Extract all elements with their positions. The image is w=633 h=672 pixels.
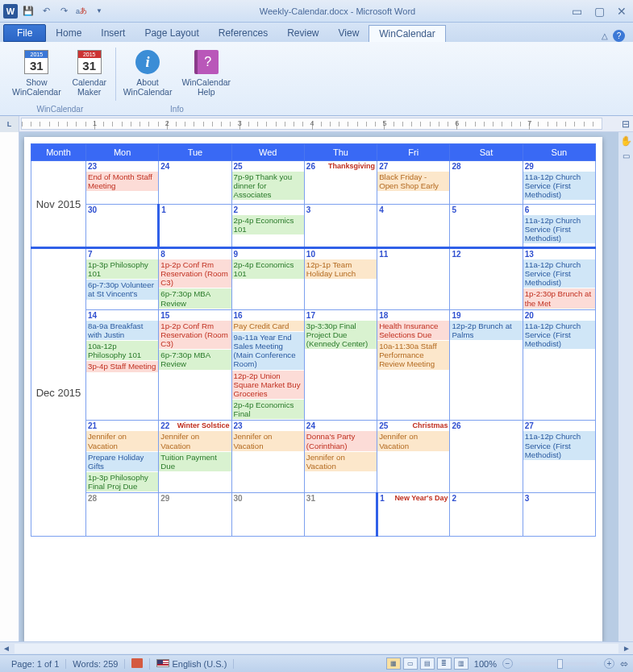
calendar-event[interactable]: 6p-7:30p Volunteer at St Vincent's [86,280,158,299]
word-count[interactable]: Words: 259 [66,659,125,669]
calendar-cell[interactable]: 27Black Friday - Open Shop Early [377,161,450,205]
calendar-cell[interactable]: 18Health Insurance Selections Due10a-11:… [377,309,450,421]
zoom-slider[interactable] [520,662,597,666]
calendar-event[interactable]: 1p-2p Conf Rm Reservation (Room C3) [159,321,231,349]
calendar-cell[interactable]: 3 [523,493,595,537]
zoom-level[interactable]: 100% [474,659,497,669]
language-indicator[interactable]: English (U.S.) [150,659,234,669]
calendar-event[interactable]: 2p-4p Economics 101 [232,259,304,279]
calendar-event[interactable]: 2p-4p Economics Final [232,400,304,419]
calendar-cell[interactable]: 3 [304,205,377,248]
tab-home[interactable]: Home [46,25,91,42]
calendar-event[interactable]: Jennifer on Vacation [232,431,304,450]
calendar-event[interactable]: 7p-9p Thank you dinner for Associates [232,172,304,200]
calendar-event[interactable]: 8a-9a Breakfast with Justin [86,321,158,340]
calendar-cell[interactable]: 30 [231,493,304,537]
calendar-event[interactable]: End of Month Staff Meeting [86,172,158,191]
calendar-cell[interactable]: 25ChristmasJennifer on Vacation [377,421,450,493]
close-button[interactable]: ✕ [614,6,630,17]
scroll-left-button[interactable]: ◄ [0,644,13,653]
calendar-event[interactable]: 11a-12p Church Service (First Methodist) [523,259,595,288]
calendar-cell[interactable]: 23Jennifer on Vacation [231,421,304,493]
calendar-event[interactable]: Health Insurance Selections Due [377,321,449,340]
calendar-cell[interactable]: 12 [450,248,523,310]
calendar-event[interactable]: 1p-3p Philosophy 101 [86,259,158,279]
web-layout-view-button[interactable]: ▤ [420,657,435,670]
calendar-event[interactable]: 6p-7:30p MBA Review [159,288,231,308]
calendar-event[interactable]: Jennifer on Vacation [159,431,231,450]
help-icon[interactable]: ? [613,30,625,42]
calendar-event[interactable]: 10a-12p Philosophy 101 [86,341,158,360]
calendar-cell[interactable]: 2011a-12p Church Service (First Methodis… [523,309,595,421]
calendar-cell[interactable]: 22Winter SolsticeJennifer on VacationTui… [159,421,231,493]
scroll-track[interactable] [15,644,618,653]
tab-page-layout[interactable]: Page Layout [135,25,208,42]
redo-button[interactable]: ↷ [56,4,71,19]
calendar-cell[interactable]: 2911a-12p Church Service (First Methodis… [523,161,595,205]
calendar-event[interactable]: 12p-2p Brunch at Palms [450,321,522,340]
calendar-cell[interactable]: 2711a-12p Church Service (First Methodis… [523,421,595,493]
calendar-event[interactable]: 11a-12p Church Service (First Methodist) [523,172,595,200]
full-screen-view-button[interactable]: ▭ [403,657,418,670]
calendar-cell[interactable]: 1New Year's Day [377,493,450,537]
calendar-event[interactable]: 9a-11a Year End Sales Meeting (Main Conf… [232,332,304,370]
calendar-event[interactable]: 11a-12p Church Service (First Methodist) [523,431,595,459]
outline-view-button[interactable]: ≣ [437,657,452,670]
calendar-event[interactable]: Tuition Payment Due [159,452,231,471]
tab-view[interactable]: View [329,25,369,42]
scroll-right-button[interactable]: ► [620,644,633,653]
calendar-event[interactable]: 12p-2p Union Square Market Buy Groceries [232,371,304,399]
calendar-cell[interactable]: 21Jennifer on VacationPrepare Holiday Gi… [86,421,159,493]
tab-review[interactable]: Review [277,25,328,42]
calendar-cell[interactable]: 29 [159,493,231,537]
word-app-icon[interactable]: W [3,4,18,19]
calendar-cell[interactable]: 81p-2p Conf Rm Reservation (Room C3)6p-7… [159,248,231,310]
calendar-cell[interactable]: 1 [159,205,231,248]
undo-button[interactable]: ↶ [39,4,53,19]
calendar-event[interactable]: 3p-4p Staff Meeting [86,361,158,371]
calendar-maker-button[interactable]: 201531 Calendar Maker [69,46,110,99]
calendar-cell[interactable]: 151p-2p Conf Rm Reservation (Room C3)6p-… [159,309,231,421]
tab-references[interactable]: References [209,25,277,42]
calendar-event[interactable]: 10a-11:30a Staff Performance Review Meet… [377,341,449,369]
calendar-event[interactable]: 3p-3:30p Final Project Due (Kennedy Cent… [305,321,377,349]
draft-view-button[interactable]: ▥ [454,657,469,670]
calendar-event[interactable]: Jennifer on Vacation [377,431,449,450]
minimize-button[interactable]: ▭ [568,6,585,17]
ribbon-minimize-icon[interactable]: △ [602,31,608,40]
save-button[interactable]: 💾 [21,4,35,19]
calendar-event[interactable]: 2p-4p Economics 101 [232,215,304,234]
calendar-cell[interactable]: 16Pay Credit Card9a-11a Year End Sales M… [231,309,304,421]
calendar-cell[interactable]: 30 [86,205,159,248]
calendar-cell[interactable]: 11 [377,248,450,310]
calendar-event[interactable]: 1p-3p Philosophy Final Proj Due [86,472,158,492]
wincalendar-help-button[interactable]: ? WinCalendar Help [179,46,233,99]
maximize-button[interactable]: ▢ [591,6,607,17]
calendar-event[interactable]: 11a-12p Church Service (First Methodist) [523,215,595,243]
calendar-cell[interactable]: 22p-4p Economics 101 [231,205,304,248]
calendar-event[interactable]: Donna's Party (Corinthian) [305,431,377,450]
tab-insert[interactable]: Insert [91,25,135,42]
calendar-cell[interactable]: 4 [377,205,450,248]
calendar-cell[interactable]: 148a-9a Breakfast with Justin10a-12p Phi… [86,309,159,421]
calendar-cell[interactable]: 26 [450,421,523,493]
zoom-in-button[interactable]: + [604,658,614,669]
calendar-event[interactable]: 11a-12p Church Service (First Methodist) [523,321,595,349]
calendar-event[interactable]: 1p-2:30p Brunch at the Met [523,288,595,308]
horizontal-scrollbar[interactable]: ◄ ► [0,641,633,654]
calendar-event[interactable]: Pay Credit Card [232,321,304,331]
calendar-cell[interactable]: 5 [450,205,523,248]
calendar-cell[interactable]: 28 [450,161,523,205]
calendar-cell[interactable]: 92p-4p Economics 101 [231,248,304,310]
calendar-cell[interactable]: 31 [304,493,377,537]
calendar-event[interactable]: Jennifer on Vacation [305,452,377,471]
proofing-icon[interactable] [125,658,150,670]
zoom-out-button[interactable]: − [502,658,513,669]
qat-customize-button[interactable]: ▼ [92,4,106,19]
calendar-cell[interactable]: 1311a-12p Church Service (First Methodis… [523,248,595,310]
language-button[interactable]: aあ [74,4,89,19]
show-wincalendar-button[interactable]: 201531 Show WinCalendar [10,46,64,99]
file-tab[interactable]: File [3,24,46,42]
calendar-event[interactable]: 12p-1p Team Holiday Lunch [305,259,377,279]
calendar-cell[interactable]: 23End of Month Staff Meeting [86,161,159,205]
